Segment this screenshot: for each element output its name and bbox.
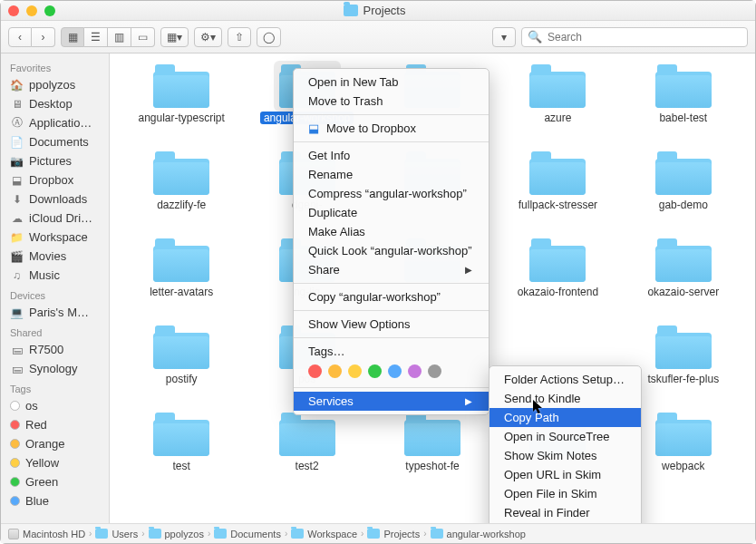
icon-view-button[interactable]: ▦ [61,27,84,47]
folder-item[interactable]: azure [495,64,620,151]
sidebar-item-green[interactable]: Green [1,472,109,491]
menu-item-services[interactable]: Services▶ [294,392,489,411]
sidebar-item-label: Movies [29,249,66,263]
tag-color-button[interactable] [408,364,422,378]
folder-item[interactable]: test [119,413,244,500]
submenu-item-send-to-kindle[interactable]: Send to Kindle [489,389,641,408]
menu-item-share[interactable]: Share▶ [294,260,489,279]
path-segment-angular-workshop[interactable]: angular-workshop [431,529,526,539]
sidebar-item-r7500[interactable]: 🖴R7500 [1,340,109,359]
submenu-item-open-in-sourcetree[interactable]: Open in SourceTree [489,427,641,446]
menu-item-copy-angular-workshop-[interactable]: Copy “angular-workshop” [294,287,489,306]
action-button[interactable]: ⚙▾ [194,27,222,47]
share-button[interactable]: ⇧ [228,27,251,47]
search-field[interactable]: 🔍 [521,27,748,47]
sidebar-item-documents[interactable]: 📄Documents [1,132,109,151]
menu-item-rename[interactable]: Rename [294,165,489,184]
tag-color-button[interactable] [308,364,322,378]
sidebar-item-desktop[interactable]: 🖥Desktop [1,94,109,113]
tags-button[interactable]: ◯ [257,27,281,47]
tag-color-button[interactable] [388,364,402,378]
tag-color-button[interactable] [368,364,382,378]
submenu-item-label: Copy Path [504,411,559,424]
menu-item-show-view-options[interactable]: Show View Options [294,315,489,334]
folder-item[interactable]: test2 [244,413,369,500]
sidebar-item-workspace[interactable]: 📁Workspace [1,228,109,247]
gallery-view-button[interactable]: ▭ [131,27,155,47]
content-area[interactable]: angular-typescriptangular-workshopazureb… [110,53,755,523]
toolbar: ‹ › ▦ ☰ ▥ ▭ ▦▾ ⚙▾ ⇧ ◯ ▾ 🔍 [1,21,755,53]
finder-window: Projects ‹ › ▦ ☰ ▥ ▭ ▦▾ ⚙▾ ⇧ ◯ ▾ 🔍 Favor… [0,0,756,544]
list-view-button[interactable]: ☰ [84,27,108,47]
menu-item-compress-angular-workshop-[interactable]: Compress “angular-workshop” [294,184,489,203]
sidebar-item-downloads[interactable]: ⬇Downloads [1,189,109,209]
sidebar-item-applicatio-[interactable]: ⒶApplicatio… [1,113,109,132]
menu-item-move-to-dropbox[interactable]: ⬓Move to Dropbox [294,119,489,138]
menu-item-quick-look-angular-workshop-[interactable]: Quick Look “angular-workshop” [294,241,489,260]
sidebar-item-paris-s-m-[interactable]: 💻Paris's M… [1,303,109,322]
arrange-button[interactable]: ▦▾ [160,27,189,47]
sidebar-item-pictures[interactable]: 📷Pictures [1,151,109,170]
search-input[interactable] [548,31,741,44]
dropbox-button[interactable]: ▾ [492,27,516,47]
menu-item-make-alias[interactable]: Make Alias [294,222,489,241]
sidebar-item-movies[interactable]: 🎬Movies [1,247,109,266]
tag-color-button[interactable] [428,364,441,378]
back-button[interactable]: ‹ [8,27,32,47]
sidebar-item-label: Pictures [29,154,72,168]
sidebar-section-shared: Shared [1,322,109,340]
submenu-item-show-skim-notes[interactable]: Show Skim Notes [489,446,641,465]
zoom-window-button[interactable] [44,5,55,16]
folder-item[interactable]: fullpack-stresser [495,151,620,238]
folder-item[interactable]: dazzlify-fe [119,151,244,238]
sidebar-item-label: Music [29,268,60,282]
folder-icon [655,151,712,195]
submenu-item-open-file-in-skim[interactable]: Open File in Skim [489,484,641,503]
folder-label: test [173,460,190,472]
submenu-item-reveal-in-finder[interactable]: Reveal in Finder [489,503,641,522]
tag-color-button[interactable] [348,364,362,378]
menu-item-open-in-new-tab[interactable]: Open in New Tab [294,73,489,92]
path-segment-workspace[interactable]: Workspace [291,529,357,539]
menu-item-tags-[interactable]: Tags… [294,342,489,361]
sidebar-item-dropbox[interactable]: ⬓Dropbox [1,170,109,189]
menu-item-get-info[interactable]: Get Info [294,146,489,165]
sidebar-item-yellow[interactable]: Yellow [1,453,109,472]
menu-item-move-to-trash[interactable]: Move to Trash [294,92,489,111]
sidebar-item-icloud-dri-[interactable]: ☁iCloud Dri… [1,209,109,228]
menu-item-duplicate[interactable]: Duplicate [294,203,489,222]
path-label: Macintosh HD [23,529,85,539]
folder-item[interactable]: typeshot-fe [370,413,495,500]
folder-item[interactable]: gab-demo [621,151,746,238]
folder-item[interactable]: okazaio-frontend [495,238,620,325]
sidebar-item-music[interactable]: ♫Music [1,266,109,285]
folder-item[interactable]: okazaio-server [621,238,746,325]
path-segment-macintosh-hd[interactable]: Macintosh HD [8,529,85,539]
menu-separator [294,337,489,338]
submenu-item-open-url-in-skim[interactable]: Open URL in Skim [489,465,641,484]
sidebar-item-synology[interactable]: 🖴Synology [1,359,109,378]
submenu-item-open[interactable]: Open [489,522,641,523]
minimize-window-button[interactable] [26,5,37,16]
close-window-button[interactable] [8,5,19,16]
path-segment-users[interactable]: Users [95,529,138,539]
forward-button[interactable]: › [32,27,55,47]
column-view-button[interactable]: ▥ [108,27,131,47]
search-icon: 🔍 [528,30,542,44]
sidebar-item-orange[interactable]: Orange [1,434,109,453]
path-segment-projects[interactable]: Projects [367,529,420,539]
folder-item[interactable]: angular-typescript [119,64,244,151]
submenu-item-copy-path[interactable]: Copy Path [489,408,641,427]
sidebar-item-red[interactable]: Red [1,415,109,434]
sidebar-item-ppolyzos[interactable]: 🏠ppolyzos [1,75,109,94]
folder-item[interactable]: postify [119,325,244,413]
path-segment-ppolyzos[interactable]: ppolyzos [149,529,204,539]
window-body: Favorites 🏠ppolyzos🖥DesktopⒶApplicatio…📄… [1,53,755,523]
folder-item[interactable]: babel-test [621,64,746,151]
sidebar-item-blue[interactable]: Blue [1,491,109,510]
submenu-item-folder-actions-setup-[interactable]: Folder Actions Setup… [489,370,641,389]
tag-color-button[interactable] [328,364,342,378]
path-segment-documents[interactable]: Documents [214,529,281,539]
folder-item[interactable]: letter-avatars [119,238,244,325]
sidebar-item-os[interactable]: os [1,396,109,415]
